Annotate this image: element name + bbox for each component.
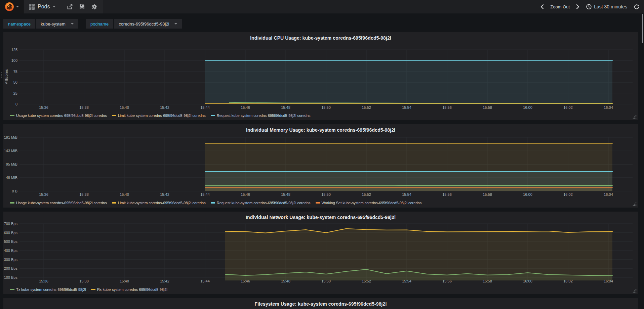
legend-item[interactable]: Request kube-system coredns-695f96dcd5-9…	[211, 114, 311, 118]
svg-text:15:44: 15:44	[200, 279, 210, 283]
svg-text:15:36: 15:36	[39, 192, 48, 196]
svg-text:15:56: 15:56	[442, 105, 452, 109]
svg-text:15:44: 15:44	[200, 105, 210, 109]
panel-filesystem: Filesystem Usage: kube-system coredns-69…	[3, 298, 638, 309]
legend-color-icon	[91, 289, 95, 290]
time-range-button[interactable]: Last 30 minutes	[583, 0, 630, 13]
svg-text:400 Bps: 400 Bps	[4, 249, 18, 253]
navbar-actions	[61, 0, 103, 13]
svg-text:16:00: 16:00	[523, 192, 532, 196]
legend-item[interactable]: Tx kube-system coredns-695f96dcd5-98j2l	[10, 288, 86, 292]
svg-text:16:00: 16:00	[523, 105, 532, 109]
variable-value-podname[interactable]: coredns-695f96dcd5-98j2l	[114, 19, 182, 29]
legend-item[interactable]: Limit kube-system coredns-695f96dcd5-98j…	[112, 201, 206, 205]
panel-resize-handle[interactable]	[632, 115, 637, 119]
dashboard-picker[interactable]: Pods	[24, 0, 61, 13]
zoom-out-label: Zoom Out	[550, 4, 570, 9]
svg-text:15:36: 15:36	[39, 105, 48, 109]
legend-color-icon	[10, 115, 14, 116]
legend-color-icon	[112, 115, 116, 116]
memory-legend: Usage kube-system coredns-695f96dcd5-98j…	[3, 200, 638, 208]
legend-color-icon	[10, 202, 14, 204]
svg-text:200 Bps: 200 Bps	[4, 266, 18, 270]
memory-chart[interactable]: 15:3615:3815:4015:4215:4415:4615:4815:50…	[3, 135, 638, 200]
legend-label: Request kube-system coredns-695f96dcd5-9…	[217, 201, 311, 205]
svg-text:16:04: 16:04	[604, 105, 613, 109]
grafana-logo	[5, 2, 14, 11]
legend-color-icon	[316, 202, 320, 204]
gear-icon	[91, 4, 97, 10]
svg-text:50: 50	[13, 80, 17, 84]
variable-label-podname: podname	[86, 19, 113, 29]
chevron-down-icon	[16, 6, 19, 7]
settings-button[interactable]	[88, 0, 100, 13]
svg-text:48 MiB: 48 MiB	[6, 176, 17, 180]
variable-value-namespace[interactable]: kube-system	[36, 19, 78, 29]
dashboard-title: Pods	[38, 4, 50, 10]
time-back-button[interactable]	[538, 0, 546, 13]
cpu-chart[interactable]: 15:3615:3815:4015:4215:4415:4615:4815:50…	[3, 43, 638, 113]
legend-item[interactable]: Limit kube-system coredns-695f96dcd5-98j…	[112, 114, 206, 118]
legend-item[interactable]: Usage kube-system coredns-695f96dcd5-98j…	[10, 114, 107, 118]
svg-text:15:48: 15:48	[281, 192, 290, 196]
panel-resize-handle[interactable]	[632, 202, 637, 207]
legend-item[interactable]: Request kube-system coredns-695f96dcd5-9…	[211, 201, 311, 205]
svg-text:100 Bps: 100 Bps	[4, 275, 18, 279]
svg-text:15:38: 15:38	[79, 279, 89, 283]
save-button[interactable]	[76, 0, 88, 13]
legend-label: Usage kube-system coredns-695f96dcd5-98j…	[16, 201, 107, 205]
legend-item[interactable]: Rx kube-system coredns-695f96dcd5-98j2l	[91, 288, 167, 292]
grafana-logo-button[interactable]	[0, 0, 24, 13]
svg-text:15:58: 15:58	[483, 192, 492, 196]
zoom-out-button[interactable]: Zoom Out	[548, 0, 572, 13]
svg-text:15:50: 15:50	[321, 105, 331, 109]
svg-text:15:38: 15:38	[79, 105, 89, 109]
legend-color-icon	[112, 202, 116, 204]
legend-label: Limit kube-system coredns-695f96dcd5-98j…	[118, 114, 206, 118]
svg-text:0 B: 0 B	[12, 189, 17, 193]
svg-text:15:52: 15:52	[362, 192, 371, 196]
refresh-button[interactable]	[631, 0, 639, 13]
panel-cpu: Individual CPU Usage: kube-system coredn…	[3, 32, 638, 120]
svg-text:16:02: 16:02	[563, 192, 573, 196]
share-button[interactable]	[64, 0, 76, 13]
svg-text:15:56: 15:56	[442, 192, 452, 196]
row-drag-handle[interactable]	[0, 72, 3, 79]
svg-text:15:40: 15:40	[120, 105, 129, 109]
dashboard: Individual CPU Usage: kube-system coredn…	[0, 32, 644, 309]
chevron-down-icon	[71, 23, 74, 25]
legend-label: Tx kube-system coredns-695f96dcd5-98j2l	[16, 288, 86, 292]
svg-text:15:40: 15:40	[120, 279, 129, 283]
svg-text:125: 125	[11, 48, 17, 52]
svg-text:15:50: 15:50	[321, 192, 331, 196]
legend-item[interactable]: Usage kube-system coredns-695f96dcd5-98j…	[10, 201, 107, 205]
legend-label: Rx kube-system coredns-695f96dcd5-98j2l	[97, 288, 167, 292]
network-chart[interactable]: 15:3615:3815:4015:4215:4415:4615:4815:50…	[3, 222, 638, 286]
variable-label-namespace: namespace	[3, 19, 35, 29]
svg-text:15:44: 15:44	[200, 192, 210, 196]
panel-title-filesystem[interactable]: Filesystem Usage: kube-system coredns-69…	[3, 300, 638, 309]
legend-label: Limit kube-system coredns-695f96dcd5-98j…	[118, 201, 206, 205]
clock-icon	[586, 4, 592, 9]
chevron-left-icon	[540, 4, 544, 9]
time-forward-button[interactable]	[574, 0, 582, 13]
panel-title-network[interactable]: Individual Network Usage: kube-system co…	[3, 213, 638, 222]
svg-text:15:42: 15:42	[160, 279, 169, 283]
chevron-right-icon	[576, 4, 579, 9]
legend-label: Working Set kube-system coredns-695f96dc…	[322, 201, 422, 205]
panel-title-cpu[interactable]: Individual CPU Usage: kube-system coredn…	[3, 34, 638, 43]
save-icon	[79, 4, 85, 9]
refresh-icon	[634, 4, 639, 9]
chevron-down-icon	[174, 23, 177, 25]
svg-text:15:54: 15:54	[402, 105, 411, 109]
variable-value-text: kube-system	[41, 21, 66, 27]
panel-resize-handle[interactable]	[632, 289, 637, 293]
svg-text:75: 75	[13, 70, 17, 74]
scrollbar-thumb[interactable]	[642, 14, 643, 43]
svg-text:500 Bps: 500 Bps	[4, 239, 18, 244]
legend-color-icon	[211, 115, 215, 116]
panel-title-memory[interactable]: Individual Memory Usage: kube-system cor…	[3, 126, 638, 135]
panel-memory: Individual Memory Usage: kube-system cor…	[3, 124, 638, 208]
svg-text:100: 100	[11, 58, 17, 62]
legend-item[interactable]: Working Set kube-system coredns-695f96dc…	[316, 201, 422, 205]
